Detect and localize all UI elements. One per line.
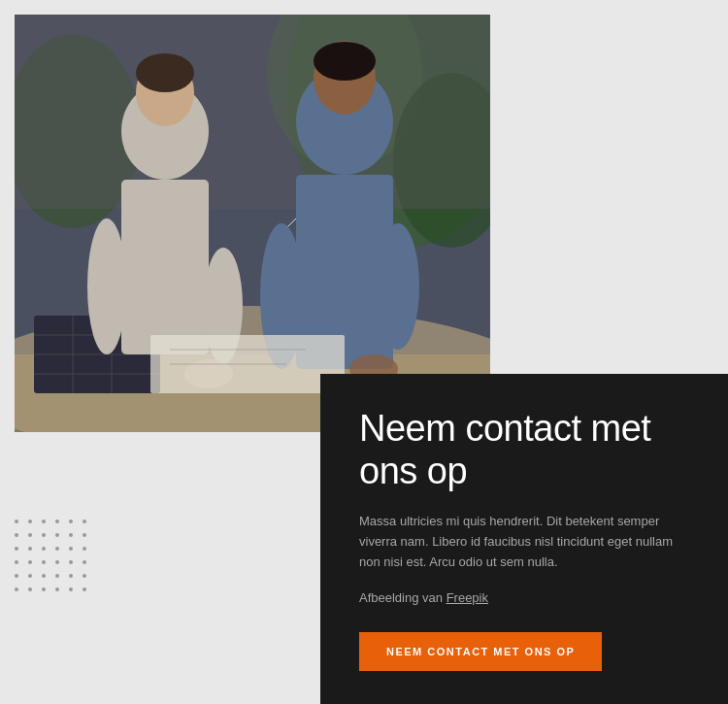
page-wrapper: Neem contact met ons op Massa ultricies … — [0, 0, 728, 704]
content-box: Neem contact met ons op Massa ultricies … — [320, 374, 728, 704]
svg-point-23 — [87, 218, 126, 354]
dots-pattern-bottom-left — [15, 520, 102, 607]
svg-rect-22 — [121, 180, 209, 354]
hero-image — [15, 15, 490, 432]
svg-point-21 — [136, 53, 194, 92]
section-description: Massa ultricies mi quis hendrerit. Dit b… — [359, 512, 689, 572]
svg-point-27 — [314, 42, 376, 81]
svg-point-30 — [377, 223, 419, 350]
attribution-link[interactable]: Freepik — [447, 590, 488, 605]
svg-rect-5 — [15, 15, 490, 209]
contact-cta-button[interactable]: NEEM CONTACT MET ONS OP — [359, 632, 602, 671]
attribution: Afbeelding van Freepik — [359, 590, 689, 605]
attribution-text: Afbeelding van — [359, 590, 443, 605]
section-title: Neem contact met ons op — [359, 408, 689, 492]
